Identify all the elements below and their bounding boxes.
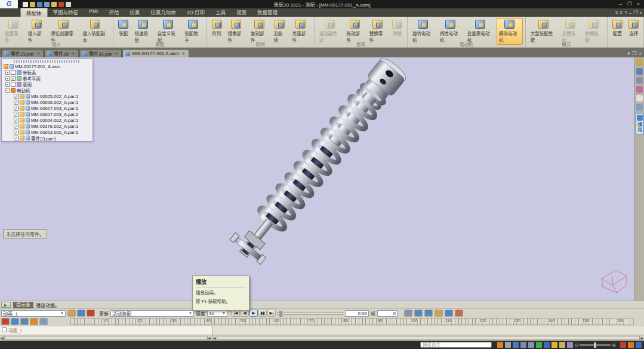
appearance-icon[interactable] <box>567 342 573 348</box>
tab-close-icon[interactable]: × <box>115 51 118 56</box>
tree-item-6[interactable]: ✓MM-00007-003_A.par:1 <box>2 105 93 111</box>
timeline-item[interactable]: 动画_1 <box>0 326 212 333</box>
ribbon-button-assemble-0[interactable]: 装配 <box>116 18 131 38</box>
tree-item-5[interactable]: ✓MM-00006-002_A.par:1 <box>2 99 93 105</box>
visibility-checkbox[interactable]: ✓ <box>14 112 19 117</box>
document-tab-零件31.par[interactable]: 零件31.par× <box>79 49 122 57</box>
display-icon[interactable] <box>445 310 453 317</box>
record-icon[interactable] <box>620 342 626 348</box>
family-icon[interactable] <box>636 77 643 84</box>
visibility-checkbox[interactable]: ✓ <box>11 76 16 81</box>
assembly-mode-select[interactable]: 活动装配▼ <box>110 310 194 317</box>
view-style-icon[interactable] <box>528 342 534 348</box>
library-icon[interactable] <box>636 59 643 66</box>
speed-select[interactable]: 1x▼ <box>207 310 227 317</box>
doc-minimize-button[interactable]: – <box>629 10 631 16</box>
visibility-checkbox[interactable]: ✓ <box>14 100 19 105</box>
menu-tab-仿真[interactable]: 仿真 <box>124 8 145 17</box>
zoom-in-icon[interactable] <box>424 310 433 317</box>
zoom-in-icon[interactable]: ⊕ <box>612 342 616 348</box>
time-scrubber[interactable] <box>278 312 343 315</box>
panel-list-icon[interactable]: ≡ <box>615 10 618 16</box>
timeline-ruler[interactable]: 102030405060708090100110120130140150160 <box>70 318 634 325</box>
tree-item-7[interactable]: ✓MM-00007-003_A.par:2 <box>2 111 93 117</box>
zoom-slider-handle[interactable] <box>594 342 596 348</box>
zoom-out-icon[interactable] <box>414 310 423 317</box>
ribbon-button-pattern-0[interactable]: 阵列 <box>209 18 224 38</box>
delete-animation-icon[interactable] <box>87 310 95 317</box>
save-icon[interactable] <box>11 318 19 325</box>
named-views-icon[interactable] <box>551 342 557 348</box>
notification-icon[interactable] <box>628 342 634 348</box>
scroll-right-icon[interactable]: ▶ <box>640 336 643 340</box>
menu-tab-视图[interactable]: 视图 <box>231 8 252 17</box>
tree-item-8[interactable]: ✓MM-00004-002_A.par:1 <box>2 117 93 123</box>
scroll-right-icon[interactable]: ▶ <box>208 336 211 340</box>
document-tab-MM-00177-001 A.asm[interactable]: MM-00177-001 A.asm× <box>122 49 189 57</box>
new-animation-icon[interactable] <box>67 310 76 317</box>
visibility-checkbox[interactable]: ✓ <box>14 118 19 123</box>
visibility-checkbox[interactable]: ✓ <box>14 124 19 128</box>
return-view-icon[interactable] <box>497 342 503 348</box>
tab-close-icon[interactable]: × <box>182 51 185 56</box>
pause-button[interactable]: ▮▮ <box>258 310 267 317</box>
menu-tab-PMI[interactable]: PMI <box>84 8 103 17</box>
expand-icon[interactable]: + <box>5 71 10 75</box>
document-tab-零件23.par[interactable]: 零件23.par× <box>1 49 44 57</box>
tab-close-icon[interactable]: × <box>72 51 75 56</box>
tab-close-button[interactable]: × <box>639 51 642 56</box>
visibility-checkbox[interactable] <box>11 70 16 75</box>
viewport[interactable]: MM-00177-001_A.asm +坐标系+✓参考平面+草图−电动机✓MM-… <box>0 57 644 301</box>
time-field[interactable]: 0:00 <box>345 310 369 317</box>
menu-tab-草图与特征[interactable]: 草图与特征 <box>48 8 84 17</box>
event-marker-icon[interactable] <box>30 318 38 325</box>
tab-restore-button[interactable]: ❐ <box>632 51 636 56</box>
visibility-checkbox[interactable]: ✓ <box>14 130 19 134</box>
scrollbar-thumb[interactable] <box>217 336 640 340</box>
zoom-slider[interactable] <box>580 344 611 346</box>
settings-gear-icon[interactable] <box>39 318 48 325</box>
timeline-track-area[interactable]: ◀▶ <box>212 326 644 341</box>
tree-item-10[interactable]: ✓MM-00003-002_A.par:1 <box>2 129 93 135</box>
frame-field[interactable]: 0 <box>377 310 398 317</box>
visibility-checkbox[interactable]: ✓ <box>14 106 19 111</box>
assembly-model-3d[interactable] <box>0 57 634 301</box>
visibility-checkbox[interactable]: ✓ <box>14 94 19 99</box>
help-icon[interactable]: ? <box>624 10 627 16</box>
save-animation-icon[interactable] <box>77 310 85 317</box>
fit-view-icon[interactable] <box>520 342 526 348</box>
panel-list2-icon[interactable]: ≡ <box>620 10 623 16</box>
animation-select[interactable]: 动画_1▼ <box>1 310 66 317</box>
menu-tab-仿真几何体[interactable]: 仿真几何体 <box>145 8 181 17</box>
doc-close-button[interactable]: × <box>639 10 642 16</box>
tree-item-3[interactable]: −电动机 <box>2 87 93 93</box>
note-icon[interactable] <box>636 95 643 102</box>
prompt-tab[interactable]: 提示条 <box>13 302 33 308</box>
scrubber-handle[interactable] <box>279 311 282 317</box>
tab-list-button[interactable]: ▾ <box>627 51 630 56</box>
menu-tab-装配体[interactable]: 装配体 <box>20 8 48 17</box>
zoom-area-icon[interactable] <box>513 342 519 348</box>
layers-icon[interactable] <box>636 104 643 111</box>
pathfinder-icon[interactable] <box>636 68 643 75</box>
expand-icon[interactable]: + <box>5 76 10 81</box>
go-to-end-button[interactable]: ▶| <box>267 310 276 317</box>
expand-icon[interactable]: + <box>5 82 10 87</box>
shaded-view-icon[interactable] <box>536 342 542 348</box>
document-tab-零件28[interactable]: 零件28× <box>44 49 79 57</box>
visibility-checkbox[interactable]: ✓ <box>14 136 19 140</box>
scroll-left-icon[interactable]: ◀ <box>213 336 216 340</box>
tab-close-icon[interactable]: × <box>37 51 40 56</box>
doc-restore-button[interactable]: ❐ <box>633 10 637 16</box>
timeline-right-scrollbar[interactable]: ◀▶ <box>212 335 644 341</box>
layers-view-icon[interactable] <box>559 342 565 348</box>
scroll-left-icon[interactable]: ◀ <box>1 336 4 340</box>
tree-item-4[interactable]: ✓MM-00005-002_A.par:1 <box>2 93 93 99</box>
menu-tab-3D 打印[interactable]: 3D 打印 <box>181 8 210 17</box>
visibility-checkbox[interactable] <box>11 82 16 87</box>
properties-icon[interactable] <box>455 310 463 317</box>
tree-item-1[interactable]: +✓参考平面 <box>2 75 93 81</box>
menu-tab-评估[interactable]: 评估 <box>103 8 124 17</box>
tree-item-0[interactable]: +坐标系 <box>2 69 93 75</box>
tree-root[interactable]: MM-00177-001_A.asm <box>2 63 93 69</box>
